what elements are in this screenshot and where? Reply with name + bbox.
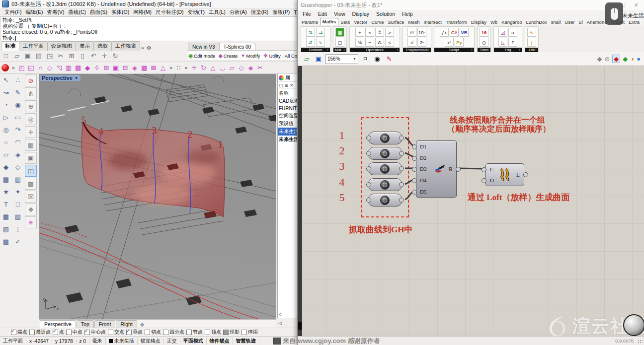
gh-menu-item[interactable]: Display (352, 11, 369, 17)
tsplines-side-icon[interactable]: ▣ (25, 152, 37, 164)
component-icon[interactable]: ◿ (498, 28, 507, 37)
tsplines-tool-icon[interactable]: ◱ (26, 63, 36, 72)
tsplines-tool-icon[interactable]: ✂ (255, 63, 265, 72)
rhino-menu-item[interactable]: 曲面(S) (88, 8, 109, 16)
tsplines-side-icon[interactable]: ⊘ (25, 74, 37, 86)
tsplines-tool-icon[interactable]: ◰ (17, 63, 26, 72)
gh-category-tab[interactable]: Transform (444, 19, 469, 25)
tsplines-side-icon[interactable]: ◫ (25, 165, 37, 177)
rhino-tool-icon[interactable]: ▦ (0, 210, 12, 223)
toolbar-tab[interactable]: 选取 (93, 41, 112, 51)
rhino-tool-icon[interactable]: ◔ (0, 99, 12, 111)
rhino-tool-icon[interactable]: □ (12, 198, 24, 210)
gh-category-tab[interactable]: Display (469, 19, 488, 25)
status-toggle[interactable]: 物件锁点 (207, 338, 233, 345)
merge-output-port[interactable]: R (449, 166, 453, 173)
gh-menu-item[interactable]: File (303, 11, 311, 17)
component-icon[interactable]: ∿ (316, 38, 325, 47)
curve-param-component[interactable] (368, 132, 402, 144)
rhino-tool-icon[interactable]: ∴ (12, 74, 24, 86)
gh-category-tab[interactable]: Maths (320, 18, 338, 25)
gh-category-tab[interactable]: Kangaroo (499, 19, 524, 25)
tsplines-tool-icon[interactable]: ∩ (36, 63, 45, 72)
toolbar-tab[interactable]: 显示 (76, 41, 94, 51)
rhino-tool-icon[interactable]: ★ (0, 186, 12, 198)
component-icon[interactable]: VB (460, 28, 469, 37)
tsplines-side-icon[interactable]: ☒ (25, 191, 37, 203)
gh-category-tab[interactable]: Surface (386, 19, 406, 25)
wireframe-gem-icon[interactable]: ◆ (612, 55, 620, 63)
resize-grip[interactable] (638, 340, 643, 344)
grasshopper-canvas[interactable]: 12345 D1D2D3D4D5 R (298, 66, 644, 336)
rhino-menu-item[interactable]: 工具(L) (207, 8, 228, 16)
tsplines-tool-icon[interactable]: ◈ (246, 63, 255, 72)
osnap-checkbox[interactable]: 切点 (145, 329, 161, 336)
viewport-tab[interactable]: Perspective (40, 320, 76, 328)
blue-sphere-icon[interactable]: ● (637, 55, 641, 63)
component-icon[interactable]: 10ⁿ (417, 28, 426, 37)
overflow-chevron[interactable]: » (183, 65, 189, 70)
viewport-tab[interactable]: Right (116, 320, 137, 328)
viewport-title[interactable]: Perspective ▼ (40, 75, 80, 81)
scroll-left-icon[interactable]: ◁ (278, 321, 282, 326)
curve-param-component[interactable] (368, 178, 402, 191)
color-wheel-icon[interactable] (279, 75, 284, 80)
tsplines-button[interactable]: ◉ Edit mode (188, 53, 215, 59)
rhino-tool-icon[interactable]: T (0, 198, 12, 210)
component-icon[interactable]: ƒx (440, 28, 449, 37)
component-icon[interactable]: A² (407, 28, 416, 37)
rhino-tool-icon[interactable]: ◈ (12, 148, 24, 161)
tsplines-tool-icon[interactable]: ⊟ (121, 63, 130, 72)
tsplines-button[interactable]: ◆ Create (218, 53, 238, 59)
grid-snap-icon[interactable]: ∷ (174, 64, 182, 71)
rhino-menu-item[interactable]: 曲线(C) (66, 8, 88, 16)
merge-input-port[interactable]: D2 (416, 155, 456, 161)
status-toggle[interactable]: 智慧轨迹 (233, 338, 259, 345)
toolbar-tab[interactable]: 设定视图 (47, 41, 76, 51)
curve-param-component[interactable] (368, 194, 402, 207)
component-icon[interactable]: 16 (480, 28, 488, 37)
rhino-tool-icon[interactable]: ↶ (88, 51, 98, 60)
component-icon[interactable]: × (365, 28, 374, 37)
rhino-tool-icon[interactable]: ○ (0, 136, 12, 148)
shaded-gem-icon[interactable]: ◆ (623, 55, 628, 63)
gh-menu-item[interactable]: Solution (376, 11, 395, 17)
ribbon-group-label[interactable]: Mat… (333, 48, 346, 52)
tsplines-tool-icon[interactable]: ▱ (227, 63, 237, 72)
tsplines-side-icon[interactable]: ❖ (25, 204, 37, 215)
ribbon-group-label[interactable]: Script (434, 48, 474, 52)
gh-category-tab[interactable]: Vector (352, 19, 369, 25)
component-icon[interactable]: C# (450, 28, 459, 37)
rhino-tool-icon[interactable]: ▷ (0, 111, 12, 124)
command-area[interactable]: 指令: _SetPt点的位置 （ 复制(C)=否 ）:Surface close… (0, 16, 297, 41)
tsplines-tool-icon[interactable]: ⊞ (102, 63, 111, 72)
tsplines-side-icon[interactable]: ▩ (25, 178, 37, 190)
merge-input-port[interactable]: D4 (416, 177, 456, 183)
gh-category-tab[interactable]: Params (300, 19, 320, 25)
rhino-menu-item[interactable]: 分析(A) (228, 8, 249, 16)
rhino-tool-icon[interactable]: ◉ (12, 99, 24, 111)
tsplines-tool-icon[interactable]: ▥ (64, 63, 74, 72)
status-toggle[interactable]: 平面模式 (180, 338, 207, 345)
ribbon-group-label[interactable]: Trig (494, 48, 522, 52)
osnap-checkbox[interactable]: 中心点 (84, 329, 106, 336)
gh-category-tab[interactable]: Curve (369, 19, 386, 25)
tsplines-tool-icon[interactable]: ◆ (83, 63, 92, 72)
scroll-left-icon[interactable]: < (279, 312, 282, 317)
rhino-menu-item[interactable]: 文件(F) (2, 8, 23, 16)
osnap-checkbox[interactable]: 节点 (186, 329, 203, 336)
viewport-move-icon[interactable]: ✥ (138, 322, 147, 328)
tsplines-tool-icon[interactable]: ▩ (140, 63, 149, 72)
rhino-menu-item[interactable]: 编辑(E) (23, 8, 45, 16)
gh-menu-item[interactable]: Help (402, 11, 413, 17)
tsplines-tool-icon[interactable]: ◹ (55, 63, 64, 72)
rhino-tool-icon[interactable]: ↻ (110, 51, 120, 60)
tsplines-tool-icon[interactable]: ▣ (111, 63, 121, 72)
tab-overflow-chevron[interactable]: » (140, 45, 146, 51)
component-icon[interactable]: ⇵ (306, 38, 315, 47)
scrollbar-thumb[interactable] (298, 322, 302, 330)
rhino-tool-icon[interactable]: ⊞ (67, 51, 77, 60)
component-icon[interactable]: 2ⁿ (417, 38, 426, 47)
loft-output-port[interactable]: L (516, 171, 520, 179)
viewport-canvas[interactable]: 5 4 3 2 1 z x (39, 74, 276, 319)
